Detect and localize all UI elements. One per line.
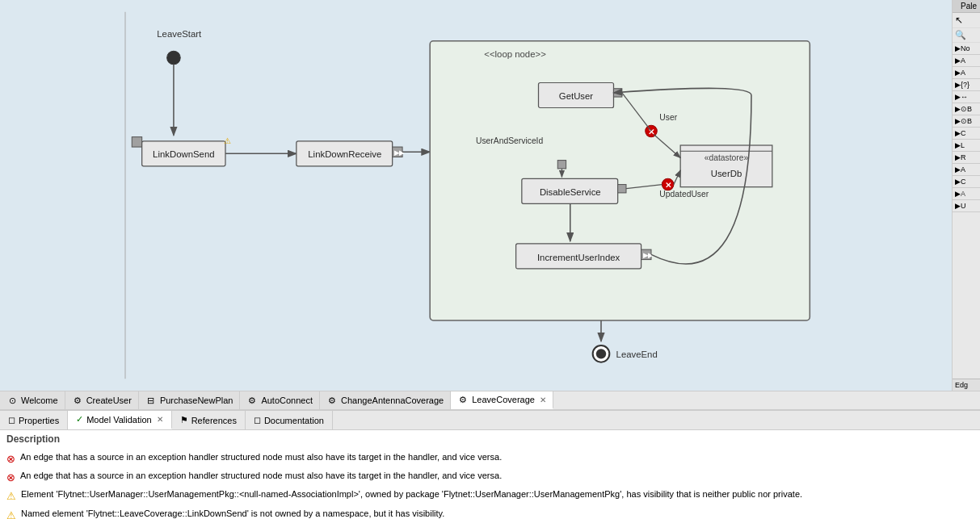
bottom-tab-references[interactable]: ⚑ References (172, 411, 246, 429)
diagram-area: LeaveStart LinkDownSend ⚠ LinkDownReceiv… (0, 0, 980, 391)
palette-section-11[interactable]: ▶ C (953, 176, 980, 188)
bottom-tab-documentation-label: Documentation (264, 416, 324, 425)
palette-header: Pale (953, 0, 980, 13)
bottom-tab-properties[interactable]: ◻ Properties (0, 411, 68, 429)
validation-message-3: Named element 'Flytnet::LeaveCoverage::L… (21, 508, 444, 519)
palette-section-10[interactable]: ▶ A (953, 164, 980, 176)
svg-point-2 (167, 51, 181, 65)
validation-message-1: An edge that has a source in an exceptio… (20, 470, 502, 482)
palette-section-0[interactable]: ▶ No (953, 43, 980, 55)
error-icon-0: ⊗ (6, 452, 15, 467)
app-container: LeaveStart LinkDownSend ⚠ LinkDownReceiv… (0, 0, 980, 519)
palette-section-1[interactable]: ▶ A (953, 55, 980, 67)
tabs-bar: ⊙ Welcome ⚙ CreateUser ⊟ PurchaseNewPlan… (0, 391, 980, 410)
createuser-icon: ⚙ (72, 395, 83, 406)
autoconnect-icon: ⚙ (246, 395, 258, 406)
bottom-tab-model-validation[interactable]: ✓ Model Validation ✕ (68, 411, 172, 429)
diagram-svg: LeaveStart LinkDownSend ⚠ LinkDownReceiv… (0, 0, 952, 391)
svg-text:✕: ✕ (665, 181, 671, 190)
warning-icon-0: ⚠ (6, 489, 16, 504)
palette-panel: Pale ↖ 🔍 ▶ No ▶ A ▶ A ▶ {?} ▶ ↔ (952, 0, 980, 391)
tab-leavecoverage-close[interactable]: ✕ (540, 396, 546, 404)
palette-section-2[interactable]: ▶ A (953, 67, 980, 79)
tab-autoconnect-label: AutoConnect (261, 396, 313, 405)
palette-edge-section[interactable]: Edg (953, 379, 980, 391)
validation-row-0: ⊗ An edge that has a source in an except… (6, 450, 974, 468)
svg-text:IncrementUserIndex: IncrementUserIndex (537, 253, 620, 262)
tab-welcome[interactable]: ⊙ Welcome (0, 391, 65, 409)
svg-point-46 (596, 349, 606, 358)
svg-rect-32 (618, 185, 626, 193)
svg-text:▶▶: ▶▶ (394, 149, 405, 157)
bottom-tabs: ◻ Properties ✓ Model Validation ✕ ⚑ Refe… (0, 411, 980, 430)
palette-section-7[interactable]: ▶ C (953, 128, 980, 140)
palette-section-9[interactable]: ▶ R (953, 152, 980, 164)
tab-createuser-label: CreateUser (86, 396, 132, 405)
welcome-icon: ⊙ (6, 395, 18, 406)
tab-changeantennacovarage-label: ChangeAntennaCoverage (341, 396, 444, 405)
svg-text:⚠: ⚠ (224, 136, 231, 145)
tab-leavecoverage-label: LeaveCoverage (472, 395, 535, 404)
bottom-content: Description ⊗ An edge that has a source … (0, 430, 980, 519)
svg-text:DisableService: DisableService (540, 187, 601, 197)
palette-select-tool[interactable]: ↖ (953, 13, 980, 28)
description-header: Description (6, 433, 974, 445)
tab-leavecoverage[interactable]: ⚙ LeaveCoverage ✕ (451, 391, 553, 409)
svg-text:LinkDownSend: LinkDownSend (153, 150, 214, 160)
svg-rect-4 (132, 137, 141, 147)
validation-row-2: ⚠ Element 'Flytnet::UserManager::UserMan… (6, 487, 974, 505)
palette-section-6[interactable]: ▶ ⊙B (953, 115, 980, 128)
palette-section-12[interactable]: ▶ A (953, 188, 980, 200)
tab-autoconnect[interactable]: ⚙ AutoConnect (240, 391, 320, 409)
palette-section-3[interactable]: ▶ {?} (953, 79, 980, 91)
svg-text:<<loop node>>: <<loop node>> (484, 50, 546, 60)
palette-section-8[interactable]: ▶ L (953, 140, 980, 152)
leavecoverage-icon: ⚙ (457, 394, 469, 405)
warning-icon-1: ⚠ (6, 509, 16, 519)
palette-section-13[interactable]: ▶ U (953, 200, 980, 212)
svg-text:UserAndServiceId: UserAndServiceId (476, 136, 543, 145)
svg-text:LeaveEnd: LeaveEnd (616, 350, 658, 360)
bottom-tab-references-label: References (191, 416, 237, 425)
validation-message-2: Element 'Flytnet::UserManager::UserManag… (21, 488, 802, 500)
documentation-icon: ◻ (254, 415, 261, 425)
svg-text:User: User (659, 113, 677, 122)
bottom-tab-model-validation-label: Model Validation (86, 415, 152, 425)
leave-start-label: LeaveStart (157, 29, 202, 39)
tab-createuser[interactable]: ⚙ CreateUser (65, 391, 139, 409)
validation-row-1: ⊗ An edge that has a source in an except… (6, 468, 974, 487)
svg-rect-28 (557, 161, 566, 169)
purchasenewplan-icon: ⊟ (145, 395, 157, 406)
bottom-panel: ◻ Properties ✓ Model Validation ✕ ⚑ Refe… (0, 410, 980, 519)
canvas[interactable]: LeaveStart LinkDownSend ⚠ LinkDownReceiv… (0, 0, 952, 391)
tab-purchasenewplan[interactable]: ⊟ PurchaseNewPlan (139, 391, 241, 409)
error-icon-1: ⊗ (6, 471, 15, 485)
properties-icon: ◻ (8, 415, 15, 425)
svg-text:«datastore»: «datastore» (705, 153, 749, 162)
svg-text:LinkDownReceive: LinkDownReceive (308, 150, 381, 160)
palette-zoom-tool[interactable]: 🔍 (953, 28, 980, 43)
bottom-tab-properties-label: Properties (19, 416, 59, 425)
svg-text:UpdatedUser: UpdatedUser (659, 190, 709, 199)
validation-message-0: An edge that has a source in an exceptio… (20, 451, 502, 463)
model-validation-icon: ✓ (76, 414, 83, 425)
tab-changeantennacovarage[interactable]: ⚙ ChangeAntennaCoverage (320, 391, 451, 409)
bottom-tab-model-validation-close[interactable]: ✕ (157, 415, 163, 424)
bottom-tab-documentation[interactable]: ◻ Documentation (246, 411, 333, 429)
palette-section-4[interactable]: ▶ ↔ (953, 91, 980, 103)
svg-text:UserDb: UserDb (711, 169, 742, 178)
references-icon: ⚑ (180, 415, 188, 425)
validation-row-3: ⚠ Named element 'Flytnet::LeaveCoverage:… (6, 506, 974, 519)
svg-text:▶▶: ▶▶ (643, 253, 654, 260)
changeantenna-icon: ⚙ (326, 395, 338, 406)
palette-section-5[interactable]: ▶ ⊙B (953, 103, 980, 115)
tab-welcome-label: Welcome (21, 396, 58, 405)
tab-purchasenewplan-label: PurchaseNewPlan (160, 396, 233, 405)
svg-text:GetUser: GetUser (559, 91, 594, 101)
